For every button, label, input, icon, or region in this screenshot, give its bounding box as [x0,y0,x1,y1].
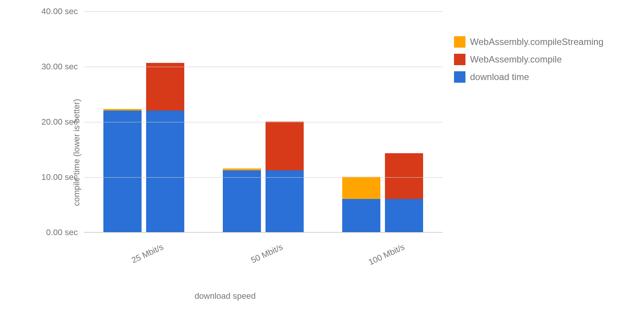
y-tick-label: 30.00 sec [42,62,84,72]
legend-label: WebAssembly.compile [470,54,562,65]
bar-segment-download [385,199,423,232]
bar-segment-download [266,170,304,232]
legend-label: download time [470,72,529,82]
bar-segment-download [103,111,142,232]
x-tick-label: 50 Mbit/s [250,242,285,265]
y-axis-label: compile time (lower is better) [72,99,82,206]
legend-label: WebAssembly.compileStreaming [470,37,604,47]
bar-segment-download [223,170,261,232]
x-axis-label: download speed [15,291,435,301]
y-tick-label: 40.00 sec [42,6,84,16]
legend: WebAssembly.compileStreamingWebAssembly.… [454,36,604,89]
gridline [84,67,443,67]
stacked-bar [146,63,184,232]
y-tick-label: 0.00 sec [46,228,84,237]
legend-item: WebAssembly.compile [454,54,604,65]
x-tick-label: 25 Mbit/s [130,242,165,265]
bar-segment-compile [146,63,184,111]
stacked-bar [103,109,142,232]
x-tick-label: 100 Mbit/s [367,242,406,267]
chart-container: compile time (lower is better) 25 Mbit/s… [15,8,633,297]
stacked-bar [385,153,423,232]
bar-segment-download [146,111,184,232]
bar-segment-download [342,199,380,232]
legend-swatch [454,71,465,83]
stacked-bar [223,168,261,232]
bar-segment-streaming [342,177,380,199]
gridline [84,11,443,12]
stacked-bar [342,177,380,232]
gridline [84,122,443,122]
plot-area: 25 Mbit/s50 Mbit/s100 Mbit/s 0.00 sec10.… [84,11,443,232]
legend-swatch [454,36,465,48]
gridline [84,177,443,178]
stacked-bar [266,122,304,232]
legend-swatch [454,54,465,65]
legend-item: download time [454,71,604,83]
y-tick-label: 20.00 sec [42,117,84,127]
legend-item: WebAssembly.compileStreaming [454,36,604,48]
bar-segment-compile [385,153,423,199]
bar-segment-compile [266,122,304,170]
y-tick-label: 10.00 sec [42,172,84,182]
